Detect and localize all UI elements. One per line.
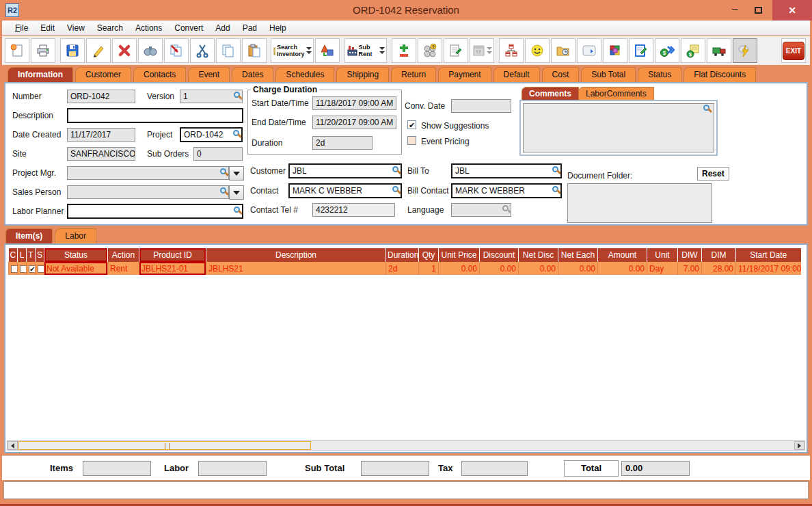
- copy-button[interactable]: [216, 38, 241, 63]
- quick-action-button[interactable]: [733, 38, 757, 63]
- menu-pad[interactable]: Pad: [236, 23, 263, 33]
- cell-dim[interactable]: 28.00: [702, 262, 736, 275]
- sub-rent-dropdown[interactable]: [379, 46, 385, 55]
- tab-dates[interactable]: Dates: [232, 67, 273, 82]
- description-field[interactable]: [67, 108, 243, 123]
- project-search-icon[interactable]: [233, 130, 239, 136]
- scroll-left-arrow[interactable]: [8, 441, 18, 450]
- col-c[interactable]: C: [9, 248, 18, 262]
- row-l-checkbox[interactable]: [20, 265, 27, 273]
- edit-pencil-button[interactable]: [86, 38, 111, 63]
- cell-product-id[interactable]: JBLHS21-01: [139, 262, 206, 275]
- cell-amount[interactable]: 0.00: [598, 262, 647, 275]
- sales-person-field[interactable]: [67, 185, 229, 199]
- menu-search[interactable]: Search: [91, 23, 129, 33]
- inventory-shapes-button[interactable]: [315, 38, 340, 63]
- tab-return[interactable]: Return: [391, 67, 436, 82]
- bill-contact-search-icon[interactable]: [552, 186, 558, 192]
- org-chart-button[interactable]: [499, 38, 524, 63]
- folder-clock-button[interactable]: [551, 38, 576, 63]
- tab-sub-total[interactable]: Sub Total: [581, 67, 636, 82]
- col-unit-price[interactable]: Unit Price: [439, 248, 480, 262]
- exit-button[interactable]: EXIT: [781, 38, 806, 63]
- tab-default[interactable]: Default: [493, 67, 540, 82]
- cell-action[interactable]: Rent: [108, 262, 139, 275]
- comments-textarea[interactable]: [523, 103, 714, 152]
- tab-labor[interactable]: Labor: [55, 228, 96, 243]
- sales-person-search-icon[interactable]: [220, 187, 226, 194]
- col-status[interactable]: Status: [44, 248, 108, 262]
- tab-customer[interactable]: Customer: [75, 67, 131, 82]
- row-t-checkbox[interactable]: ✔: [29, 265, 36, 273]
- table-row[interactable]: ✔ Not Available Rent JBLHS21-01 JBLHS21 …: [9, 262, 801, 275]
- dollar-forward-button[interactable]: $: [655, 38, 679, 63]
- bill-to-search-icon[interactable]: [552, 166, 558, 172]
- project-field[interactable]: ORD-1042: [180, 127, 243, 142]
- smiley-button[interactable]: [525, 38, 550, 63]
- dollar-notes-button[interactable]: $: [681, 38, 705, 63]
- tab-status[interactable]: Status: [638, 67, 681, 82]
- menu-edit[interactable]: Edit: [34, 23, 61, 33]
- menu-actions[interactable]: Actions: [129, 23, 168, 33]
- cell-qty[interactable]: 1: [419, 262, 439, 275]
- customer-field[interactable]: JBL: [288, 163, 402, 178]
- scrollbar-thumb[interactable]: [18, 441, 311, 450]
- col-discount[interactable]: Discount: [480, 248, 519, 262]
- labor-planner-field[interactable]: [67, 204, 243, 219]
- comments-search-icon[interactable]: [703, 105, 709, 111]
- substitute-items-button[interactable]: ?: [418, 38, 442, 63]
- col-s[interactable]: S: [36, 248, 44, 262]
- notes-button[interactable]: [444, 38, 468, 63]
- project-mgr-search-icon[interactable]: [220, 168, 226, 174]
- col-l[interactable]: L: [18, 248, 27, 262]
- tab-schedules[interactable]: Schedules: [275, 67, 334, 82]
- cut-button[interactable]: [190, 38, 215, 63]
- find-button[interactable]: [138, 38, 163, 63]
- cell-net-disc[interactable]: 0.00: [519, 262, 558, 275]
- paste-button[interactable]: [242, 38, 267, 63]
- col-unit[interactable]: Unit: [647, 248, 678, 262]
- cell-net-each[interactable]: 0.00: [558, 262, 598, 275]
- save-button[interactable]: [60, 38, 85, 63]
- col-dim[interactable]: DIM: [702, 248, 736, 262]
- edit-document-button[interactable]: [629, 38, 653, 63]
- row-s-checkbox[interactable]: [38, 265, 44, 273]
- col-action[interactable]: Action: [108, 248, 139, 262]
- col-net-disc[interactable]: Net Disc: [519, 248, 558, 262]
- col-amount[interactable]: Amount: [598, 248, 647, 262]
- cell-diw[interactable]: 7.00: [678, 262, 702, 275]
- cell-discount[interactable]: 0.00: [480, 262, 519, 275]
- bill-contact-field[interactable]: MARK C WEBBER: [451, 183, 562, 198]
- row-c-checkbox[interactable]: [11, 265, 18, 273]
- tab-payment[interactable]: Payment: [438, 67, 491, 82]
- show-suggestions-checkbox[interactable]: ✔: [407, 120, 416, 129]
- tab-information[interactable]: Information: [8, 67, 73, 82]
- version-field[interactable]: 1: [180, 90, 243, 103]
- col-duration[interactable]: Duration: [386, 248, 419, 262]
- cubes-button[interactable]: [603, 38, 627, 63]
- document-folder-box[interactable]: [567, 183, 712, 223]
- menu-file[interactable]: File: [9, 23, 34, 33]
- col-qty[interactable]: Qty: [419, 248, 439, 262]
- cell-unit-price[interactable]: 0.00: [439, 262, 480, 275]
- copy-order-button[interactable]: [164, 38, 189, 63]
- menu-convert[interactable]: Convert: [168, 23, 209, 33]
- contact-tel-field[interactable]: 4232212: [312, 203, 395, 217]
- cell-duration[interactable]: 2d: [386, 262, 419, 275]
- col-description[interactable]: Description: [206, 248, 386, 262]
- col-start-date[interactable]: Start Date: [736, 248, 801, 262]
- delete-button[interactable]: [112, 38, 137, 63]
- maximize-button[interactable]: [746, 0, 770, 21]
- search-inventory-dropdown[interactable]: [306, 46, 312, 55]
- keyboard-key-button[interactable]: [577, 38, 601, 63]
- scroll-right-arrow[interactable]: [794, 441, 804, 450]
- cell-description[interactable]: JBLHS21: [206, 262, 386, 275]
- cell-start-date[interactable]: 11/18/2017 09:00: [736, 262, 801, 275]
- contact-field[interactable]: MARK C WEBBER: [288, 183, 402, 198]
- tab-event[interactable]: Event: [188, 67, 230, 82]
- add-remove-line-button[interactable]: [392, 38, 416, 63]
- tab-labor-comments[interactable]: LaborComments: [578, 87, 654, 101]
- reset-button[interactable]: Reset: [697, 167, 729, 181]
- customer-search-icon[interactable]: [392, 166, 398, 172]
- menu-help[interactable]: Help: [263, 23, 293, 33]
